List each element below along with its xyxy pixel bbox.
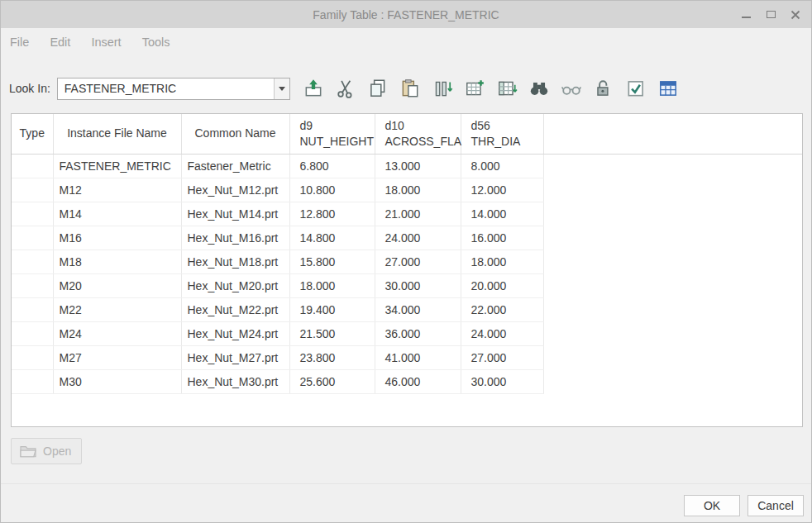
cell[interactable]: 16.000 <box>461 226 543 250</box>
column-header-instance-file-name[interactable]: Instance File Name <box>53 114 181 154</box>
cell[interactable]: 20.000 <box>461 273 543 297</box>
cell[interactable]: M12 <box>53 178 181 202</box>
cell[interactable]: 30.000 <box>461 369 543 393</box>
cell[interactable]: 24.000 <box>461 321 543 345</box>
cell[interactable]: 21.500 <box>289 321 375 345</box>
cell[interactable] <box>12 202 53 226</box>
insert-column-button[interactable] <box>462 76 487 101</box>
minimize-button[interactable] <box>740 9 752 21</box>
cell[interactable]: Hex_Nut_M14.prt <box>181 202 289 226</box>
cell[interactable]: 12.000 <box>461 178 543 202</box>
preview-button[interactable] <box>559 76 584 101</box>
insert-instance-button[interactable] <box>430 76 455 101</box>
close-button[interactable] <box>790 9 801 21</box>
paste-button[interactable] <box>398 76 423 101</box>
cell[interactable]: 24.000 <box>375 226 461 250</box>
cell[interactable]: 34.000 <box>375 297 461 321</box>
cell[interactable]: M22 <box>53 297 181 321</box>
cell[interactable]: 27.000 <box>375 250 461 273</box>
maximize-button[interactable] <box>765 9 776 21</box>
table-row[interactable]: FASTENER_METRICFastener_Metric6.80013.00… <box>12 154 802 178</box>
cell[interactable]: Hex_Nut_M22.prt <box>181 297 289 321</box>
cancel-button[interactable]: Cancel <box>748 495 804 516</box>
cell[interactable]: M27 <box>53 345 181 369</box>
cell[interactable]: 6.800 <box>289 154 375 178</box>
cell[interactable] <box>12 321 53 345</box>
copy-button[interactable] <box>365 76 390 101</box>
cell[interactable]: 25.600 <box>289 369 375 393</box>
cell[interactable]: 13.000 <box>375 154 461 178</box>
table-row[interactable]: M22Hex_Nut_M22.prt19.40034.00022.000 <box>12 297 802 321</box>
column-header-common-name[interactable]: Common Name <box>181 114 289 154</box>
cell[interactable] <box>12 345 53 369</box>
cell[interactable] <box>12 226 53 250</box>
table-row[interactable]: M14Hex_Nut_M14.prt12.80021.00014.000 <box>12 202 802 226</box>
cell[interactable]: 27.000 <box>461 345 543 369</box>
cell[interactable] <box>12 297 53 321</box>
table-row[interactable]: M24Hex_Nut_M24.prt21.50036.00024.000 <box>12 321 802 345</box>
cell[interactable]: M18 <box>53 250 181 273</box>
cell[interactable]: FASTENER_METRIC <box>53 154 181 178</box>
cell[interactable] <box>12 273 53 297</box>
column-header-type[interactable]: Type <box>12 114 53 154</box>
cell[interactable] <box>12 250 53 273</box>
cell[interactable]: 15.800 <box>289 250 375 273</box>
cell[interactable]: Hex_Nut_M30.prt <box>181 369 289 393</box>
verify-button[interactable] <box>623 76 648 101</box>
cell[interactable]: 36.000 <box>375 321 461 345</box>
open-button[interactable]: Open <box>11 438 82 464</box>
table-row[interactable]: M27Hex_Nut_M27.prt23.80041.00027.000 <box>12 345 802 369</box>
cell[interactable]: 12.800 <box>289 202 375 226</box>
cell[interactable]: Fastener_Metric <box>181 154 289 178</box>
lock-button[interactable] <box>591 76 616 101</box>
table-editor-button[interactable] <box>656 76 681 101</box>
table-row[interactable]: M18Hex_Nut_M18.prt15.80027.00018.000 <box>12 250 802 273</box>
cell[interactable]: 30.000 <box>375 273 461 297</box>
look-in-dropdown-button[interactable] <box>274 78 289 99</box>
column-header-d56-thr-dia[interactable]: d56 THR_DIA <box>461 114 543 154</box>
column-header-d9-nut-height[interactable]: d9 NUT_HEIGHT <box>289 114 375 154</box>
find-button[interactable] <box>527 76 552 101</box>
add-instance-button[interactable] <box>494 76 519 101</box>
cell[interactable]: 18.000 <box>461 250 543 273</box>
cell[interactable]: 8.000 <box>461 154 543 178</box>
cell[interactable]: M20 <box>53 273 181 297</box>
cell[interactable]: M30 <box>53 369 181 393</box>
cell[interactable]: Hex_Nut_M16.prt <box>181 226 289 250</box>
cell[interactable]: Hex_Nut_M18.prt <box>181 250 289 273</box>
cell[interactable]: Hex_Nut_M24.prt <box>181 321 289 345</box>
cell[interactable]: Hex_Nut_M20.prt <box>181 273 289 297</box>
cell[interactable]: 19.400 <box>289 297 375 321</box>
cell[interactable]: M24 <box>53 321 181 345</box>
ok-button[interactable]: OK <box>684 495 740 516</box>
cell[interactable] <box>12 369 53 393</box>
cell[interactable]: 41.000 <box>375 345 461 369</box>
cell[interactable]: 22.000 <box>461 297 543 321</box>
cell[interactable]: 23.800 <box>289 345 375 369</box>
cell[interactable]: M14 <box>53 202 181 226</box>
cell[interactable]: 46.000 <box>375 369 461 393</box>
cell[interactable]: M16 <box>53 226 181 250</box>
table-row[interactable]: M30Hex_Nut_M30.prt25.60046.00030.000 <box>12 369 802 393</box>
look-in-combobox[interactable]: FASTENER_METRIC <box>57 78 290 100</box>
cell[interactable] <box>12 154 53 178</box>
cell[interactable]: Hex_Nut_M12.prt <box>181 178 289 202</box>
cell[interactable]: 21.000 <box>375 202 461 226</box>
table-row[interactable]: M16Hex_Nut_M16.prt14.80024.00016.000 <box>12 226 802 250</box>
cell[interactable]: 14.000 <box>461 202 543 226</box>
table-row[interactable]: M20Hex_Nut_M20.prt18.00030.00020.000 <box>12 273 802 297</box>
menu-tools[interactable]: Tools <box>142 36 170 49</box>
cell[interactable]: 14.800 <box>289 226 375 250</box>
titlebar[interactable]: Family Table : FASTENER_METRIC <box>1 1 811 28</box>
transfer-up-button[interactable] <box>301 76 326 101</box>
cell[interactable]: 18.000 <box>375 178 461 202</box>
cell[interactable]: 18.000 <box>289 273 375 297</box>
cell[interactable] <box>12 178 53 202</box>
column-header-d10-across-flats[interactable]: d10 ACROSS_FLA <box>375 114 461 154</box>
table-row[interactable]: M12Hex_Nut_M12.prt10.80018.00012.000 <box>12 178 802 202</box>
cut-button[interactable] <box>333 76 358 101</box>
cell[interactable]: 10.800 <box>289 178 375 202</box>
menu-file[interactable]: File <box>10 36 29 49</box>
cell[interactable]: Hex_Nut_M27.prt <box>181 345 289 369</box>
menu-insert[interactable]: Insert <box>91 36 121 49</box>
